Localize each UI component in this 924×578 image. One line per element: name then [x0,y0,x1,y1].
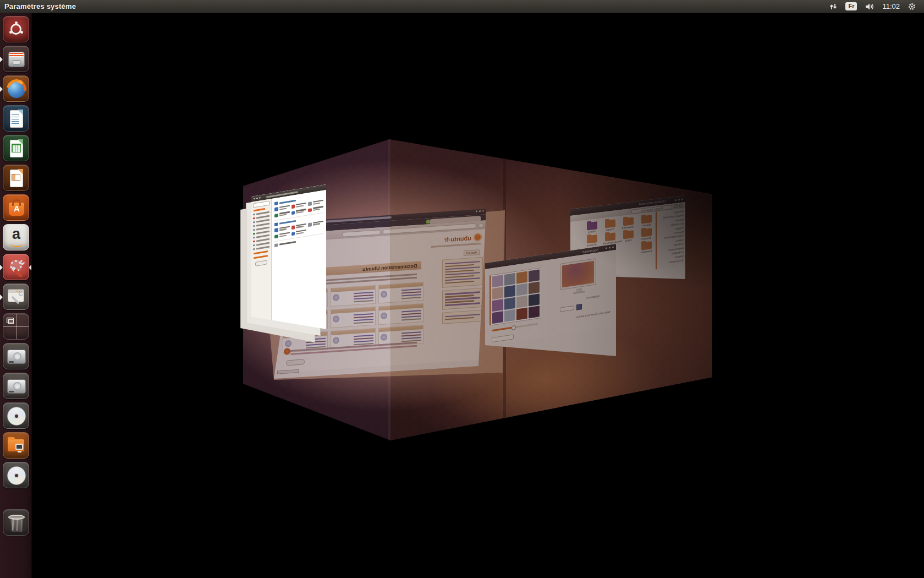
amazon-icon[interactable] [3,224,29,250]
launcher-item[interactable] [0,509,31,539]
wallpaper-thumbnail[interactable] [516,296,527,308]
back-button[interactable] [679,204,683,208]
search-field[interactable] [342,230,381,237]
libreoffice-writer-icon[interactable] [3,105,29,132]
nav-tab-accueil[interactable]: Accueil [464,249,480,256]
launcher-item[interactable] [0,462,31,492]
wallpaper-thumbnail[interactable] [529,306,540,318]
launcher-item[interactable] [0,283,31,313]
folder-item[interactable]: Musique [639,228,653,241]
wallpaper-thumbnail[interactable] [529,269,540,282]
launcher-item[interactable] [0,75,31,105]
dash-home-icon[interactable] [3,16,29,42]
launcher-item[interactable] [0,343,31,373]
folder-icon [623,217,634,226]
sidebar-button[interactable] [255,260,267,266]
new-tab-icon[interactable] [426,220,430,223]
launcher-item[interactable] [0,402,31,432]
network-indicator[interactable] [829,2,838,11]
libreoffice-calc-icon[interactable] [3,135,29,161]
appearance-tab[interactable] [492,334,514,342]
folder-item[interactable]: Téléchargements [603,232,617,245]
wallpaper-thumbnail[interactable] [492,287,503,299]
session-indicator[interactable] [908,2,916,11]
folder-item[interactable]: Vidéos [585,221,599,234]
files-file-manager-icon[interactable] [3,46,29,72]
wallpaper-thumbnail[interactable] [492,311,503,324]
network-folder-icon[interactable] [3,432,29,459]
wallpaper-thumbnail[interactable] [504,273,515,286]
doc-section[interactable] [378,282,424,303]
settings-app-window[interactable] [251,184,326,330]
theme-dropdown[interactable] [560,306,574,312]
sidebar-action-skeleton[interactable] [254,250,268,254]
folder-item[interactable]: Exemples [639,241,653,254]
desktop-preview-monitor [560,258,596,290]
doc-section[interactable] [331,285,376,307]
launcher-item[interactable] [0,224,31,254]
wallpaper-thumbnail[interactable] [504,309,515,322]
speaker-icon [865,2,875,11]
doc-section[interactable] [378,303,424,325]
keyboard-indicator[interactable]: Fr [845,2,857,10]
preview-screen [562,261,594,288]
forward-button[interactable] [674,204,678,209]
sidebar-links-box[interactable] [442,310,483,324]
folder-item[interactable]: Modèles [585,235,599,247]
launcher-item[interactable] [0,432,31,462]
color-swatch[interactable] [576,304,582,310]
slider-knob[interactable] [512,325,516,330]
firefox-icon[interactable] [3,75,29,102]
hard-disk-1-icon[interactable] [3,343,29,369]
launcher-item[interactable] [0,165,31,194]
launcher-item[interactable] [0,313,31,343]
sidebar-action-skeleton[interactable] [254,255,268,259]
launcher-item[interactable] [0,135,31,165]
wallpaper-thumbnail[interactable] [516,308,527,320]
software-tool-window-icon[interactable] [3,283,29,310]
search-input[interactable] [253,201,270,208]
wallpaper-thumbnail[interactable] [504,297,515,310]
launcher-item[interactable] [0,373,31,402]
session-gear-icon [908,2,916,11]
folder-item[interactable]: Bureau [639,215,653,227]
folder-item[interactable]: Public [621,230,635,243]
doc-section[interactable] [331,307,376,328]
system-settings-icon[interactable] [3,254,29,280]
ubuntu-software-center-icon[interactable] [3,194,29,221]
sound-indicator[interactable] [865,2,875,11]
wallpaper-thumbnail[interactable] [516,283,527,296]
unity-launcher [0,13,32,578]
wallpaper-thumbnail[interactable] [516,271,527,284]
optical-disc-1-icon[interactable] [3,402,29,429]
optical-disc-2-icon[interactable] [3,462,29,488]
sidebar-links-box[interactable] [442,287,483,309]
wallpaper-thumbnail[interactable] [529,293,540,306]
wallpaper-thumbnail[interactable] [504,285,515,298]
settings-sidebar [251,199,272,330]
page-sidebar [442,257,483,326]
wallpaper-grid [491,268,541,326]
wallpaper-thumbnail[interactable] [492,299,503,312]
back-button[interactable] [479,222,483,228]
launcher-item[interactable] [0,254,31,283]
launcher-item[interactable] [0,46,31,75]
appearance-window-mirrored[interactable]: Apparence [485,244,616,357]
folder-icon [641,241,652,250]
clock-indicator[interactable]: 11:02 [882,2,900,10]
page-button[interactable] [286,359,305,366]
libreoffice-impress-icon[interactable] [3,165,29,191]
status-skeleton [277,369,299,374]
site-tagline-skeleton [431,243,481,248]
workspace-switcher-icon[interactable] [3,313,29,340]
hard-disk-2-icon[interactable] [3,373,29,399]
launcher-item[interactable] [0,194,31,224]
folder-item[interactable]: Documents [621,217,635,230]
folder-item[interactable]: Images [603,219,617,232]
wallpaper-thumbnail[interactable] [492,275,503,287]
sidebar-links-box[interactable] [442,257,483,287]
wallpaper-thumbnail[interactable] [529,281,540,294]
trash-icon[interactable] [3,509,29,536]
launcher-item[interactable] [0,105,31,135]
launcher-item[interactable] [0,16,31,46]
